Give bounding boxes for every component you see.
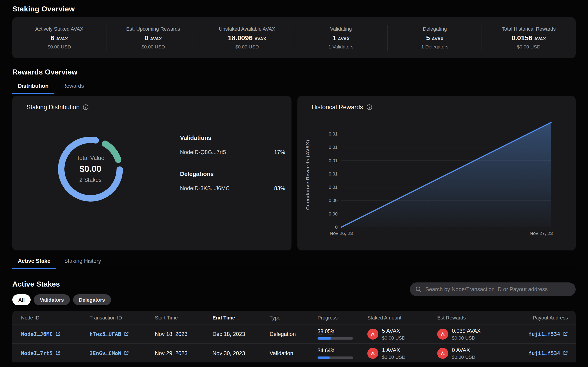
filter-delegators[interactable]: Delegators — [73, 294, 111, 305]
est-rewards-cell: 0.039 AVAX $0.00 USD — [437, 327, 516, 340]
svg-text:0.00: 0.00 — [329, 211, 338, 217]
staking-dashboard: Staking Overview Actively Staked AVAX 6A… — [0, 0, 588, 367]
stat-sub: 1 Validators — [328, 44, 353, 49]
svg-text:Cumulative Rewards (AVAX): Cumulative Rewards (AVAX) — [305, 140, 310, 210]
external-link-icon — [124, 331, 129, 336]
stat-upcoming-rewards: Est. Upcoming Rewards 0AVAX $0.00 USD — [106, 17, 200, 58]
start-time: Nov 18, 2023 — [155, 331, 212, 337]
tab-active-stake[interactable]: Active Stake — [12, 258, 56, 269]
avax-logo-icon — [367, 328, 378, 339]
external-link-icon — [124, 350, 129, 356]
legend-pct: 17% — [274, 149, 285, 155]
stakes-tabs: Active Stake Staking History — [12, 258, 576, 269]
stat-label: Actively Staked AVAX — [35, 26, 83, 32]
col-est-rewards[interactable]: Est Rewards — [437, 315, 516, 320]
progress-cell: 34.64% — [318, 348, 367, 359]
search-box[interactable] — [410, 283, 576, 296]
legend-node-id: NodeID-3KS...J6MC — [180, 185, 229, 192]
progress-label: 38.05% — [318, 328, 335, 335]
stat-sub: 1 Delegators — [421, 44, 449, 49]
node-id-link[interactable]: NodeI…J6MC — [21, 331, 61, 337]
filter-validators[interactable]: Validators — [34, 294, 70, 305]
external-link-icon — [56, 350, 61, 356]
stake-type: Delegation — [270, 331, 318, 337]
staking-distribution-title: Staking Distribution — [26, 104, 80, 111]
payout-address-link[interactable]: fuji1…f534 — [529, 350, 568, 356]
stat-label: Validating — [330, 26, 352, 32]
rewards-tabs: Distribution Rewards — [12, 83, 576, 94]
tab-distribution[interactable]: Distribution — [12, 83, 54, 94]
stat-validating: Validating 1AVAX 1 Validators — [294, 17, 388, 58]
stat-value: 5AVAX — [426, 34, 443, 42]
filter-all[interactable]: All — [12, 294, 31, 305]
col-node-id[interactable]: Node ID — [21, 315, 90, 320]
rewards-cards-row: Staking Distribution Total Value $0.00 2… — [12, 96, 576, 250]
table-row: NodeI…J6MC hTwz5…UFAB Nov 18, 2023 Dec 1… — [12, 324, 576, 343]
stat-sub: $0.00 USD — [48, 44, 71, 49]
stat-value: 0.0156AVAX — [512, 34, 546, 42]
legend-item: NodeID-Q8G...7rt5 17% — [180, 149, 285, 155]
stat-value: 1AVAX — [332, 34, 350, 42]
col-payout-address[interactable]: Payout Address — [516, 315, 568, 320]
historical-rewards-chart: 00.000.000.010.010.010.010.01Cumulative … — [304, 120, 553, 240]
payout-address-link[interactable]: fuji1…f534 — [529, 331, 568, 337]
svg-text:0.01: 0.01 — [329, 131, 338, 136]
avax-logo-icon — [437, 348, 448, 359]
col-staked-amount[interactable]: Staked Amount — [367, 315, 437, 320]
historical-rewards-title: Historical Rewards — [312, 104, 363, 111]
legend-node-id: NodeID-Q8G...7rt5 — [180, 149, 226, 155]
progress-cell: 38.05% — [318, 328, 367, 339]
search-icon — [415, 286, 422, 292]
avax-logo-icon — [437, 328, 448, 339]
sort-desc-icon: ↓ — [237, 315, 239, 320]
svg-text:0.01: 0.01 — [329, 145, 338, 150]
donut-center-label: Total Value — [76, 155, 104, 161]
stat-value: 6AVAX — [50, 34, 68, 42]
col-progress[interactable]: Progress — [318, 315, 367, 320]
stat-label: Delegating — [423, 26, 447, 32]
svg-text:0.01: 0.01 — [329, 171, 338, 176]
external-link-icon — [563, 331, 568, 336]
rewards-overview-title: Rewards Overview — [12, 68, 576, 76]
stat-value: 18.0096AVAX — [228, 34, 266, 42]
est-rewards-cell: 0 AVAX $0.00 USD — [437, 347, 516, 359]
staking-overview-stats: Actively Staked AVAX 6AVAX $0.00 USD Est… — [12, 17, 576, 58]
staked-amount-cell: 5 AVAX $0.00 USD — [367, 327, 437, 340]
col-end-time[interactable]: End Time↓ — [212, 315, 270, 320]
stat-sub: $0.00 USD — [235, 44, 259, 49]
stat-sub: $0.00 USD — [517, 44, 540, 49]
external-link-icon — [56, 331, 61, 336]
col-start-time[interactable]: Start Time — [155, 315, 212, 320]
tab-rewards[interactable]: Rewards — [57, 83, 90, 94]
donut-center-sub: 2 Stakes — [79, 177, 101, 183]
table-header: Node ID Transaction ID Start Time End Ti… — [12, 311, 576, 324]
search-input[interactable] — [425, 286, 570, 292]
stat-unstaked-available: Unstaked Available AVAX 18.0096AVAX $0.0… — [200, 17, 294, 58]
stat-label: Unstaked Available AVAX — [219, 26, 275, 32]
progress-bar — [318, 356, 353, 359]
start-time: Nov 29, 2023 — [155, 350, 212, 356]
active-stakes-table: Node ID Transaction ID Start Time End Ti… — [12, 311, 576, 362]
info-icon[interactable] — [366, 104, 372, 110]
active-stakes-header: Active Stakes All Validators Delegators — [12, 280, 576, 305]
progress-bar — [318, 337, 353, 339]
donut-center-value: $0.00 — [80, 164, 101, 174]
svg-text:Nov 27, 23: Nov 27, 23 — [530, 231, 553, 236]
info-icon[interactable] — [83, 104, 89, 110]
node-id-link[interactable]: NodeI…7rt5 — [21, 350, 61, 356]
svg-text:0.00: 0.00 — [329, 198, 338, 203]
end-time: Nov 30, 2023 — [212, 350, 270, 356]
col-transaction-id[interactable]: Transaction ID — [90, 315, 155, 320]
table-row: NodeI…7rt5 2EnGv…CMoW Nov 29, 2023 Nov 3… — [12, 343, 576, 362]
col-type[interactable]: Type — [270, 315, 318, 320]
transaction-id-link[interactable]: 2EnGv…CMoW — [90, 350, 129, 356]
staked-amount-cell: 1 AVAX $0.00 USD — [367, 347, 437, 359]
stat-label: Est. Upcoming Rewards — [126, 26, 180, 32]
stat-actively-staked: Actively Staked AVAX 6AVAX $0.00 USD — [12, 17, 106, 58]
svg-text:0: 0 — [335, 225, 338, 230]
donut-legend: Validations NodeID-Q8G...7rt5 17% Delega… — [180, 134, 285, 192]
stake-type: Validation — [270, 350, 318, 356]
transaction-id-link[interactable]: hTwz5…UFAB — [90, 331, 129, 337]
tab-staking-history[interactable]: Staking History — [59, 258, 106, 269]
end-time: Dec 18, 2023 — [212, 331, 270, 337]
